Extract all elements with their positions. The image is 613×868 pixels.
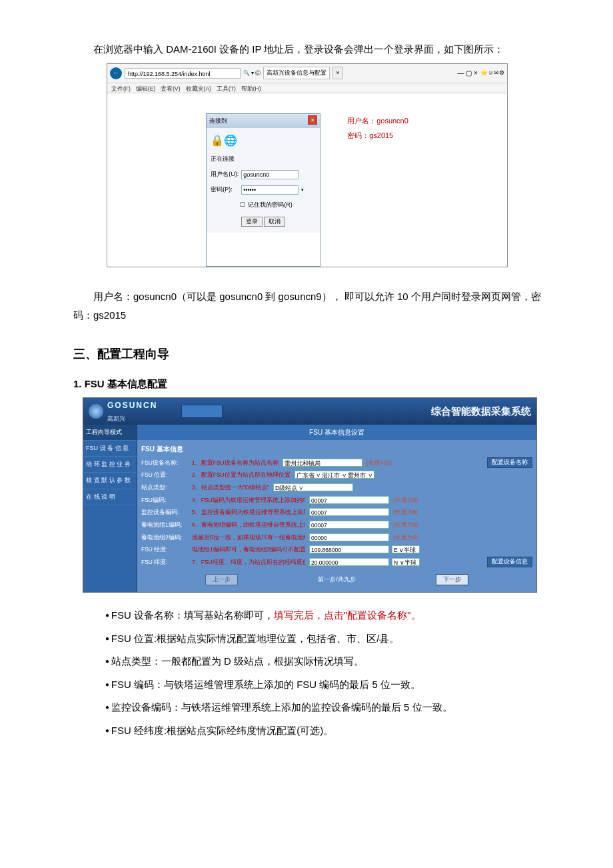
login-dialog: 连接到 × 🔒🌐 正在连接 用户名(U): 密码(P): ▾ ☐ 记住我的密码(… xyxy=(206,113,320,267)
field-label: 蓄电池组2编码: xyxy=(141,532,189,543)
field-input[interactable]: 广东省 ∨ 湛江市 ∨ 雷州市 ∨ xyxy=(295,471,374,479)
field-length: (长度为5) xyxy=(393,532,418,543)
form-row: FSU 经度: 电池组1编码即可，蓄电池组2编码可不配置（默认为00000）10… xyxy=(141,544,532,555)
field-hint: 5、监控设备编码为铁塔运维管理系统上添加的监控设备编码的最后5位 xyxy=(192,507,305,517)
after-login-note: 用户名：gosuncn0（可以是 gosuncn0 到 gosuncn9）， 即… xyxy=(73,287,546,325)
field-input[interactable]: D级站点 ∨ xyxy=(273,483,353,491)
browser-menu[interactable]: 文件(F)编辑(E) 查看(V)收藏夹(A) 工具(T)帮助(H) xyxy=(107,83,507,93)
app-header: GOSUNCN 高新兴 综合智能数据采集系统 xyxy=(83,398,536,425)
field-hint: 3、站点类型统一为"D级站点" xyxy=(192,482,269,493)
pane-subtitle: FSU 基本信息 xyxy=(141,443,532,455)
field-hint: 2、配置FSU位置为站点所在地理位置 xyxy=(192,469,291,480)
form-row: FSU编码:4、FSU编码为铁塔运维管理系统上添加的FSU编码最后5位00007… xyxy=(141,495,532,505)
sidebar-header: 工程向导模式 xyxy=(83,425,137,441)
form-row: FSU 位置:2、配置FSU位置为站点所在地理位置广东省 ∨ 湛江市 ∨ 雷州市… xyxy=(141,469,532,480)
connecting-label: 正在连接 xyxy=(211,153,316,165)
dialog-title: 连接到 xyxy=(209,115,227,127)
address-bar[interactable]: http://192.168.5.254/index.html xyxy=(125,68,241,79)
field-label: 蓄电池组1编码: xyxy=(141,519,189,530)
login-screenshot: ← http://192.168.5.254/index.html 🔍 ▾ Ⓒ … xyxy=(107,63,508,267)
sidebar-item[interactable]: 在 线 说 明 xyxy=(83,489,137,505)
form-row: FSU 纬度:7、FSU经度、纬度，为站点所在的经纬度值，可选填20.00000… xyxy=(141,557,532,567)
field-label: FSU 纬度: xyxy=(141,557,189,567)
login-button[interactable]: 登录 xyxy=(241,217,263,227)
form-row: 蓄电池组1编码:6、蓄电池组编码，由铁塔运维自管系统上添加的蓄电池组电00007… xyxy=(141,519,532,530)
tab-title[interactable]: 高新兴设备信息与配置 xyxy=(263,67,330,79)
field-label: FSU编码: xyxy=(141,495,189,505)
browser-titlebar: ← http://192.168.5.254/index.html 🔍 ▾ Ⓒ … xyxy=(107,64,507,83)
header-pic xyxy=(181,405,223,418)
field-length: (长度为5) xyxy=(393,519,418,530)
field-hint: 6、蓄电池组编码，由铁塔运维自管系统上添加的蓄电池组电 xyxy=(192,519,305,530)
field-input[interactable]: 00007 xyxy=(309,496,389,504)
username-input[interactable] xyxy=(241,170,299,179)
field-hint: 池最后5位一致，如果现场只有一组蓄电池组的只需要配置蓄 xyxy=(192,532,305,543)
field-input[interactable]: 00000 xyxy=(309,533,389,541)
sub-1-title: 1. FSU 基本信息配置 xyxy=(73,375,546,394)
field-length: (长度为5) xyxy=(393,507,418,517)
form-row: 站点类型:3、站点类型统一为"D级站点"D级站点 ∨ xyxy=(141,482,532,493)
field-hint: 电池组1编码即可，蓄电池组2编码可不配置（默认为00000） xyxy=(192,544,305,555)
remember-checkbox[interactable]: ☐ xyxy=(240,199,245,211)
field-label: 监控设备编码: xyxy=(141,507,189,517)
back-icon[interactable]: ← xyxy=(110,67,122,79)
field-length: (长度为5) xyxy=(393,495,418,505)
config-button[interactable]: 配置设备信息 xyxy=(487,557,532,567)
field-label: 站点类型: xyxy=(141,482,189,493)
intro-paragraph: 在浏览器中输入 DAM-2160I 设备的 IP 地址后，登录设备会弹出一个登录… xyxy=(73,40,546,59)
field-extra[interactable]: E ∨半球 xyxy=(392,545,420,553)
app-screenshot: GOSUNCN 高新兴 综合智能数据采集系统 工程向导模式 FSU 设 备 信 … xyxy=(83,397,537,593)
prev-step-button: 上一步 xyxy=(205,574,238,585)
step-indicator: 第一步/共九步 xyxy=(318,574,356,585)
field-input[interactable]: 109.868000 xyxy=(309,545,389,553)
window-controls[interactable]: — ▢ × xyxy=(457,67,477,79)
field-label: FSU 位置: xyxy=(141,469,189,480)
field-hint: 4、FSU编码为铁塔运维管理系统上添加的FSU编码最后5位 xyxy=(192,495,305,505)
sidebar-item[interactable]: 动 环 监 控 业 务 xyxy=(83,457,137,473)
config-button[interactable]: 配置设备名称 xyxy=(487,457,532,468)
form-row: 监控设备编码:5、监控设备编码为铁塔运维管理系统上添加的监控设备编码的最后5位0… xyxy=(141,507,532,517)
field-input[interactable]: 00007 xyxy=(309,521,389,529)
form-row: 蓄电池组2编码: 池最后5位一致，如果现场只有一组蓄电池组的只需要配置蓄0000… xyxy=(141,532,532,543)
panel-title: FSU 基本信息设置 xyxy=(137,425,536,440)
field-hint: 7、FSU经度、纬度，为站点所在的经纬度值，可选填 xyxy=(192,557,305,567)
field-label: FSU设备名称: xyxy=(141,457,189,468)
sidebar: 工程向导模式 FSU 设 备 信 息 动 环 监 控 业 务 核 查 默 认 参… xyxy=(83,425,137,592)
field-hint: 1、配置FSU设备名称为站点名称 xyxy=(192,457,279,468)
remember-label: 记住我的密码(R) xyxy=(248,199,293,211)
field-length: (长度<32) xyxy=(366,457,392,468)
password-input[interactable] xyxy=(241,185,299,195)
next-step-button[interactable]: 下一步 xyxy=(436,574,468,585)
field-input[interactable]: 00007 xyxy=(309,508,389,516)
logo-text: GOSUNCN xyxy=(107,398,157,413)
bullet-list: FSU 设备名称：填写基站名称即可，填写完后，点击"配置设备名称"。 FSU 位… xyxy=(105,606,546,740)
cancel-button[interactable]: 取消 xyxy=(264,217,285,227)
field-input[interactable]: 雷州北和镇局 xyxy=(283,459,362,467)
field-input[interactable]: 20.000000 xyxy=(309,558,389,566)
password-label: 密码(P): xyxy=(211,184,239,195)
section-3-title: 三、配置工程向导 xyxy=(73,343,546,365)
username-label: 用户名(U): xyxy=(211,169,239,180)
sidebar-item[interactable]: 核 查 默 认 参 数 xyxy=(83,473,137,489)
credential-hint: 用户名：gosuncn0 密码：gs2015 xyxy=(347,113,408,267)
form-row: FSU设备名称:1、配置FSU设备名称为站点名称雷州北和镇局(长度<32)配置设… xyxy=(141,457,532,468)
system-title: 综合智能数据采集系统 xyxy=(431,402,531,421)
field-extra[interactable]: N ∨半球 xyxy=(392,558,420,566)
field-label: FSU 经度: xyxy=(141,544,189,555)
sidebar-item[interactable]: FSU 设 备 信 息 xyxy=(83,441,137,457)
close-icon[interactable]: × xyxy=(308,115,317,125)
